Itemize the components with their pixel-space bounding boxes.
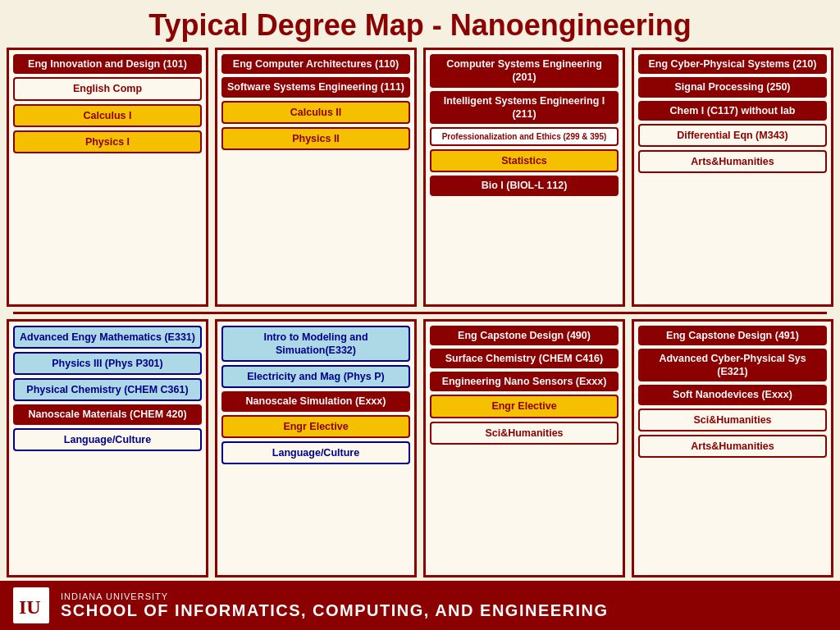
course-cell[interactable]: Arts&Humanities [638,150,827,173]
col-box: Intro to Modeling and Simuation(E332)Ele… [215,319,417,578]
course-cell[interactable]: Professionalization and Ethics (299 & 39… [430,127,619,146]
course-cell[interactable]: Eng Innovation and Design (101) [13,54,202,74]
course-cell[interactable]: Eng Capstone Design (491) [638,326,827,345]
course-cell[interactable]: Eng Capstone Design (490) [430,326,619,345]
course-cell[interactable]: Arts&Humanities [638,435,827,458]
footer: IU INDIANA UNIVERSITY SCHOOL OF INFORMAT… [0,581,840,630]
course-cell[interactable]: Signal Processing (250) [638,77,827,97]
col-box: Computer Systems Engineering (201)Intell… [423,48,625,307]
course-cell[interactable]: English Comp [13,77,202,100]
col-box: Eng Capstone Design (490)Surface Chemist… [423,319,625,578]
course-cell[interactable]: Nanoscale Simulation (Exxx) [221,391,410,411]
sections-wrapper: Eng Innovation and Design (101)English C… [0,48,840,581]
course-cell[interactable]: Engr Elective [221,415,410,438]
course-cell[interactable]: Software Systems Engineering (111) [221,77,410,97]
course-cell[interactable]: Eng Cyber-Physical Systems (210) [638,54,827,74]
course-cell[interactable]: Computer Systems Engineering (201) [430,54,619,88]
iu-logo-svg: IU [15,589,48,622]
course-cell[interactable]: Sci&Humanities [638,409,827,431]
course-cell[interactable]: Statistics [430,149,619,172]
course-cell[interactable]: Language/Culture [221,441,410,464]
course-cell[interactable]: Nanoscale Materials (CHEM 420) [13,404,202,424]
course-cell[interactable]: Intelligent Systems Engineering I (211) [430,91,619,125]
course-cell[interactable]: Intro to Modeling and Simuation(E332) [221,326,410,363]
course-cell[interactable]: Electricity and Mag (Phys P) [221,365,410,388]
course-cell[interactable]: Language/Culture [13,428,202,451]
lower-row: Advanced Engy Mathematics (E331)Physics … [7,319,833,578]
course-cell[interactable]: Soft Nanodevices (Exxx) [638,385,827,404]
col-box: Eng Capstone Design (491)Advanced Cyber-… [632,319,833,578]
course-cell[interactable]: Advanced Cyber-Physical Sys (E321) [638,349,827,382]
course-cell[interactable]: Surface Chemistry (CHEM C416) [430,349,619,368]
course-cell[interactable]: Calculus I [13,104,202,127]
course-cell[interactable]: Physics II [221,127,410,150]
course-cell[interactable]: Physical Chemistry (CHEM C361) [13,378,202,401]
course-cell[interactable]: Engr Elective [430,395,619,418]
svg-text:IU: IU [19,596,41,618]
university-name: INDIANA UNIVERSITY [61,591,609,601]
col-box: Eng Innovation and Design (101)English C… [7,48,208,307]
iu-logo: IU [13,587,49,623]
page-title: Typical Degree Map - Nanoengineering [0,0,840,48]
col-box: Advanced Engy Mathematics (E331)Physics … [7,319,208,578]
divider [13,312,827,314]
course-cell[interactable]: Physics III (Phys P301) [13,352,202,375]
course-cell[interactable]: Sci&Humanities [430,422,619,445]
school-name: SCHOOL OF INFORMATICS, COMPUTING, AND EN… [61,601,609,620]
course-cell[interactable]: Calculus II [221,101,410,124]
course-cell[interactable]: Physics I [13,130,202,153]
course-cell[interactable]: Eng Computer Architectures (110) [221,54,410,74]
page-wrapper: Typical Degree Map - Nanoengineering Eng… [0,0,840,630]
col-box: Eng Computer Architectures (110)Software… [215,48,417,307]
course-cell[interactable]: Engineering Nano Sensors (Exxx) [430,372,619,391]
course-cell[interactable]: Chem I (C117) without lab [638,101,827,121]
course-cell[interactable]: Bio I (BIOL-L 112) [430,176,619,195]
col-box: Eng Cyber-Physical Systems (210)Signal P… [632,48,833,307]
upper-row: Eng Innovation and Design (101)English C… [7,48,833,307]
course-cell[interactable]: Differential Eqn (M343) [638,124,827,147]
course-cell[interactable]: Advanced Engy Mathematics (E331) [13,326,202,349]
footer-text: INDIANA UNIVERSITY SCHOOL OF INFORMATICS… [61,591,609,620]
